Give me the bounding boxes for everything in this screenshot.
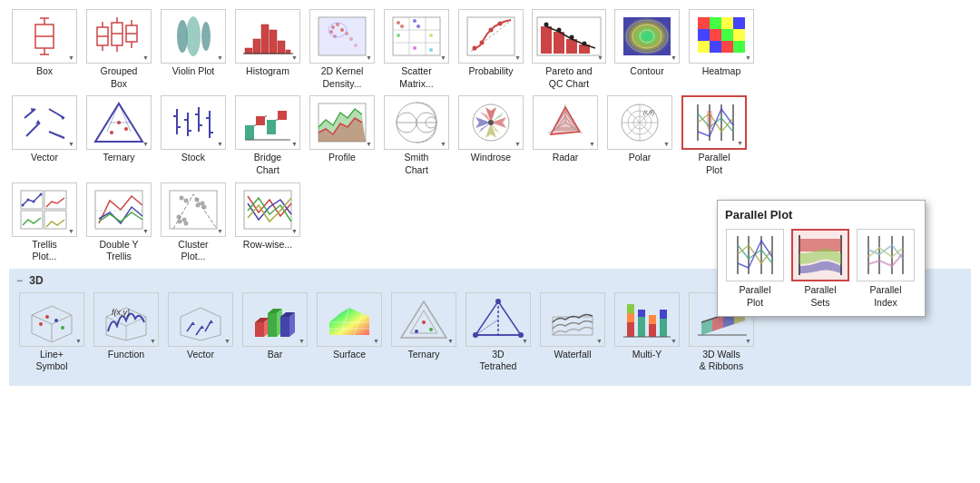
chart-item-grouped-box[interactable]: GroupedBox xyxy=(83,9,154,90)
chart-icon-smith xyxy=(384,95,449,150)
chart-item-violin[interactable]: Violin Plot xyxy=(158,9,229,90)
chart-icon-cluster-plot xyxy=(161,182,226,237)
svg-rect-26 xyxy=(286,50,290,54)
svg-rect-59 xyxy=(554,32,564,54)
chart-label-double-y-trellis: Double YTrellis xyxy=(99,239,138,263)
svg-point-180 xyxy=(39,322,43,326)
svg-rect-70 xyxy=(698,17,710,29)
chart-item-surface[interactable]: Surface xyxy=(314,292,385,373)
chart-label-radar: Radar xyxy=(553,152,579,164)
svg-rect-66 xyxy=(623,17,671,55)
chart-item-cluster-plot[interactable]: ClusterPlot... xyxy=(158,182,229,263)
chart-icon-contour xyxy=(614,9,680,64)
chart-item-smith[interactable]: SmithChart xyxy=(381,95,452,176)
popup-label-parallel-sets: ParallelSets xyxy=(804,284,836,309)
chart-label-multi-y: Multi-Y xyxy=(632,349,662,361)
popup-item-parallel-plot[interactable]: ParallelPlot xyxy=(725,229,785,309)
svg-rect-77 xyxy=(733,29,745,41)
svg-point-36 xyxy=(354,44,358,47)
chart-item-pareto[interactable]: Pareto andQC Chart xyxy=(530,9,608,90)
chart-item-windrose[interactable]: Windrose xyxy=(456,95,526,176)
chart-item-double-y-trellis[interactable]: Double YTrellis xyxy=(83,182,154,263)
chart-item-rowwise[interactable]: Row-wise... xyxy=(232,182,303,263)
svg-point-19 xyxy=(186,16,201,56)
svg-point-56 xyxy=(498,22,503,26)
svg-line-92 xyxy=(107,104,119,132)
chart-item-multi-y[interactable]: Multi-Y xyxy=(612,292,682,373)
chart-item-histogram[interactable]: Histogram xyxy=(232,9,303,90)
chart-item-ternary-3d[interactable]: Ternary xyxy=(388,292,459,373)
chart-label-parallel-plot: ParallelPlot xyxy=(698,152,730,176)
chart-item-bar-3d[interactable]: Bar xyxy=(240,292,310,373)
chart-label-contour: Contour xyxy=(630,65,663,78)
chart-item-bridge[interactable]: BridgeChart xyxy=(232,95,303,176)
svg-point-31 xyxy=(329,30,333,34)
chart-icon-2d-kernel xyxy=(309,9,375,64)
svg-point-183 xyxy=(61,326,64,330)
popup-items: ParallelPlot ParallelSets xyxy=(725,229,917,309)
chart-item-radar[interactable]: Radar xyxy=(530,95,601,176)
popup-label-parallel-index: ParallelIndex xyxy=(869,284,901,309)
chart-label-trellis: TrellisPlot... xyxy=(32,239,57,263)
chart-icon-multi-y xyxy=(614,292,680,347)
svg-rect-24 xyxy=(270,30,277,54)
chart-label-histogram: Histogram xyxy=(246,65,289,78)
chart-label-pareto: Pareto andQC Chart xyxy=(545,65,592,90)
chart-label-stock: Stock xyxy=(181,152,205,164)
chart-item-ternary[interactable]: Ternary xyxy=(83,95,154,176)
svg-rect-226 xyxy=(638,317,645,337)
svg-rect-71 xyxy=(710,17,721,29)
chart-item-parallel-plot[interactable]: ParallelPlot xyxy=(679,95,750,176)
chart-item-tetrahed[interactable]: 3DTetrahed xyxy=(463,292,534,373)
svg-point-213 xyxy=(415,330,418,333)
chart-item-scatter-matrix[interactable]: ScatterMatrix... xyxy=(381,9,452,90)
svg-point-158 xyxy=(22,203,24,206)
chart-item-stock[interactable]: Stock xyxy=(158,95,229,176)
svg-point-220 xyxy=(518,332,524,338)
chart-item-function[interactable]: f(x,y) Function xyxy=(91,292,162,373)
svg-rect-76 xyxy=(721,29,733,41)
svg-rect-225 xyxy=(627,304,634,313)
svg-rect-22 xyxy=(253,39,260,54)
svg-rect-229 xyxy=(649,315,656,324)
section-3d-minus[interactable]: − xyxy=(16,274,23,287)
chart-item-vector[interactable]: Vector xyxy=(9,95,80,176)
chart-item-box[interactable]: Box xyxy=(9,9,80,90)
svg-rect-73 xyxy=(733,17,745,29)
popup-icon-parallel-sets xyxy=(791,229,849,281)
svg-rect-153 xyxy=(707,111,712,129)
chart-icon-vector xyxy=(12,95,77,150)
chart-item-heatmap[interactable]: Heatmap xyxy=(686,9,757,90)
svg-point-20 xyxy=(201,22,211,51)
chart-icon-trellis xyxy=(12,182,77,237)
chart-item-contour[interactable]: Contour xyxy=(612,9,682,90)
chart-item-trellis[interactable]: TrellisPlot... xyxy=(9,182,80,263)
popup-item-parallel-sets[interactable]: ParallelSets xyxy=(790,229,850,309)
svg-rect-74 xyxy=(698,29,710,41)
chart-label-profile: Profile xyxy=(328,152,356,164)
svg-point-212 xyxy=(422,320,426,324)
chart-item-probability[interactable]: Probability xyxy=(456,9,526,90)
chart-item-polar[interactable]: (r,θ) Polar xyxy=(604,95,675,176)
svg-rect-110 xyxy=(256,116,265,125)
svg-point-55 xyxy=(489,28,494,33)
chart-item-2d-kernel[interactable]: 2D KernelDensity... xyxy=(307,9,377,90)
svg-marker-140 xyxy=(551,107,580,134)
chart-item-vector-3d[interactable]: Vector xyxy=(165,292,236,373)
chart-icon-probability xyxy=(458,9,524,64)
popup-item-parallel-index[interactable]: ParallelIndex xyxy=(856,229,916,309)
chart-label-ternary-3d: Ternary xyxy=(407,349,439,361)
chart-icon-polar: (r,θ) xyxy=(607,95,672,150)
chart-icon-heatmap xyxy=(689,9,754,64)
chart-icon-grouped-box xyxy=(86,9,152,64)
svg-rect-231 xyxy=(660,310,667,319)
svg-rect-79 xyxy=(710,41,721,53)
svg-point-182 xyxy=(54,319,58,322)
svg-point-174 xyxy=(180,195,184,200)
chart-item-profile[interactable]: Profile xyxy=(307,95,377,176)
svg-marker-205 xyxy=(329,308,369,335)
svg-point-165 xyxy=(178,219,182,223)
chart-item-waterfall[interactable]: Waterfall xyxy=(537,292,608,373)
chart-item-line-symbol[interactable]: Line+Symbol xyxy=(16,292,87,373)
svg-point-53 xyxy=(473,46,477,51)
